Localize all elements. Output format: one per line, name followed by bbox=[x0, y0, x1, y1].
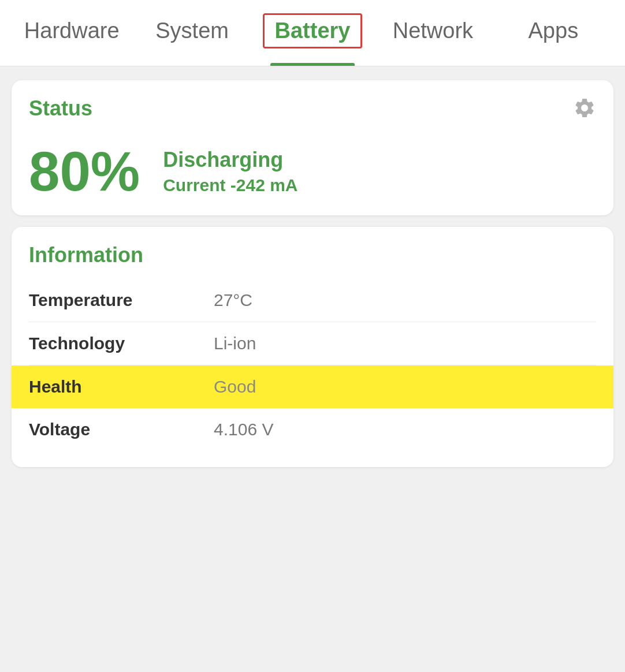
status-details: Discharging Current -242 mA bbox=[163, 148, 297, 195]
tab-hardware[interactable]: Hardware bbox=[12, 0, 132, 66]
tab-battery-label-wrap: Battery bbox=[263, 13, 363, 48]
gear-icon bbox=[573, 96, 596, 120]
info-value-technology: Li-ion bbox=[214, 334, 256, 353]
tab-hardware-label: Hardware bbox=[24, 18, 120, 43]
info-label-voltage: Voltage bbox=[29, 420, 214, 439]
settings-button[interactable] bbox=[573, 96, 596, 122]
info-value-voltage: 4.106 V bbox=[214, 420, 273, 439]
info-label-temperature: Temperature bbox=[29, 290, 214, 310]
info-row-health: Health Good bbox=[12, 365, 613, 408]
status-row: 80% Discharging Current -242 mA bbox=[29, 144, 596, 199]
info-value-health: Good bbox=[214, 377, 256, 397]
tab-system-label: System bbox=[155, 18, 229, 43]
info-row-temperature: Temperature 27°C bbox=[29, 279, 596, 322]
main-content: Status 80% Discharging Current -242 mA I… bbox=[0, 66, 625, 481]
tab-battery[interactable]: Battery bbox=[252, 0, 373, 66]
status-title: Status bbox=[29, 96, 92, 121]
tab-system[interactable]: System bbox=[132, 0, 252, 66]
info-row-voltage: Voltage 4.106 V bbox=[29, 408, 596, 451]
info-row-technology: Technology Li-ion bbox=[29, 322, 596, 365]
status-header: Status bbox=[29, 96, 596, 132]
info-value-temperature: 27°C bbox=[214, 290, 252, 310]
information-card: Information Temperature 27°C Technology … bbox=[12, 227, 613, 467]
status-card: Status 80% Discharging Current -242 mA bbox=[12, 80, 613, 215]
tab-network[interactable]: Network bbox=[373, 0, 493, 66]
tab-bar: Hardware System Battery Network Apps bbox=[0, 0, 625, 66]
tab-apps[interactable]: Apps bbox=[493, 0, 613, 66]
current-label: Current -242 mA bbox=[163, 176, 297, 195]
info-label-technology: Technology bbox=[29, 334, 214, 353]
discharging-label: Discharging bbox=[163, 148, 297, 172]
tab-battery-label: Battery bbox=[275, 18, 351, 43]
information-title: Information bbox=[29, 243, 596, 267]
tab-network-label: Network bbox=[393, 18, 473, 43]
tab-apps-label: Apps bbox=[529, 18, 579, 43]
info-label-health: Health bbox=[29, 377, 214, 397]
battery-percent: 80% bbox=[29, 144, 140, 199]
